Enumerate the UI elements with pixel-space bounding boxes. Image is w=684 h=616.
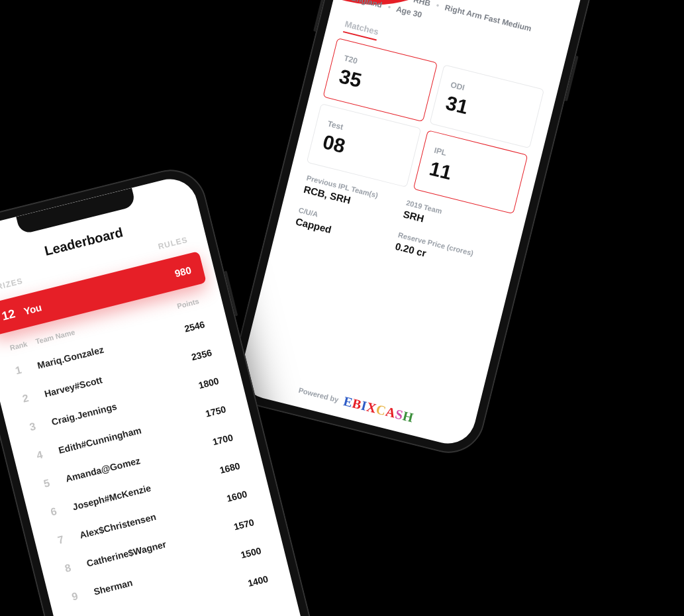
matches-section-label: Matches — [343, 19, 380, 40]
row-points: 1570 — [232, 517, 255, 532]
row-points: 1400 — [247, 574, 269, 589]
row-rank: 4 — [35, 444, 60, 462]
row-rank: 6 — [50, 501, 74, 519]
brand-logo: EBIXCASH — [342, 393, 415, 426]
col-rank: Rank — [9, 338, 36, 352]
row-points: 1600 — [226, 489, 248, 504]
meta-batting: RHB — [413, 0, 432, 8]
row-rank: 3 — [28, 417, 53, 434]
you-points: 980 — [173, 264, 192, 280]
you-rank: 12 — [1, 305, 26, 324]
row-rank: 2 — [21, 388, 46, 405]
powered-by-label: Powered by — [298, 385, 340, 403]
row-points: 1500 — [240, 545, 262, 560]
row-rank: 7 — [56, 530, 81, 547]
phone-player: Chris Jordan All-Rounder • RHB • Right A… — [224, 0, 603, 460]
meta-country: England — [350, 0, 383, 10]
row-points: 1700 — [211, 432, 234, 447]
screen-player: Chris Jordan All-Rounder • RHB • Right A… — [236, 0, 592, 449]
powered-by: Powered by EBIXCASH — [238, 368, 474, 440]
row-rank: 8 — [64, 558, 88, 575]
row-points: 1800 — [197, 376, 220, 391]
row-points: 2356 — [190, 347, 213, 362]
row-team-name: Sherman — [93, 577, 134, 597]
row-points: 1750 — [205, 404, 227, 419]
col-points: Points — [176, 297, 200, 310]
row-points: 1680 — [219, 460, 241, 476]
row-points: 2546 — [183, 319, 206, 334]
row-team-name: Harvey#Scott — [43, 374, 103, 399]
overseas-icon — [463, 0, 484, 3]
row-rank: 5 — [42, 473, 67, 490]
you-label: You — [23, 301, 43, 317]
meta-age: Age 30 — [395, 5, 423, 20]
row-rank: 1 — [14, 360, 38, 377]
row-rank: 9 — [71, 586, 95, 603]
